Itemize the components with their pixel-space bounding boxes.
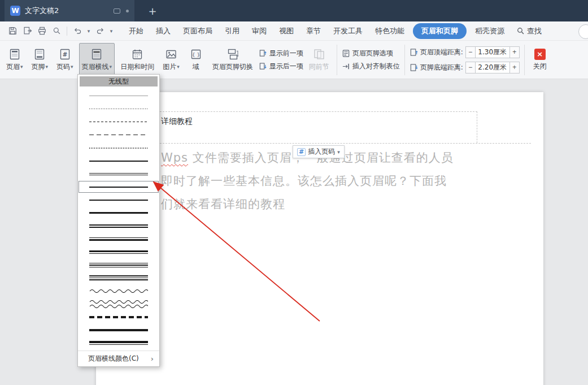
toolbar-separator (404, 45, 405, 75)
picture-button-label: 图片 (163, 62, 176, 72)
redo-button[interactable] (93, 24, 107, 38)
ribbon-tab-页面布局[interactable]: 页面布局 (177, 23, 219, 39)
print-button[interactable] (35, 24, 49, 38)
show-next-label: 显示后一项 (269, 62, 303, 71)
picture-button[interactable]: 图片▾ (160, 43, 182, 77)
picture-icon (165, 48, 177, 60)
quickbar-separator (67, 27, 67, 36)
body-line-2: 即时了解一些基本信息。该怎么插入页眉呢？下面我 (161, 170, 454, 193)
footer-bottom-distance-value[interactable]: 2.20厘米 (476, 62, 509, 73)
line-style-option-thin-thick-thin[interactable] (78, 258, 159, 271)
insert-tab-stop-button[interactable]: 插入对齐制表位 (342, 62, 400, 71)
close-header-footer-button[interactable]: × 关闭 (529, 43, 551, 77)
line-style-option-wavy[interactable] (78, 284, 159, 297)
line-style-option-wavy-double[interactable] (78, 297, 159, 310)
footer-bottom-distance-increase[interactable]: + (509, 62, 520, 73)
chevron-down-icon: ▾ (20, 64, 23, 70)
line-style-option-thick-thin-pair[interactable] (78, 336, 159, 349)
undo-dropdown-caret[interactable]: ▾ (85, 24, 92, 38)
line-style-option-long-dash[interactable] (78, 128, 159, 141)
footer-bottom-distance-decrease[interactable]: − (465, 62, 476, 73)
header-line-style-list (78, 88, 159, 351)
header-top-distance-icon (410, 48, 418, 57)
options-group: 页眉页脚选项 插入对齐制表位 (342, 43, 400, 77)
footer-button[interactable]: 页脚▾ (29, 43, 51, 77)
header-top-distance-decrease[interactable]: − (465, 46, 476, 58)
datetime-button[interactable]: 日期和时间 (117, 43, 157, 77)
save-button[interactable] (6, 24, 19, 38)
line-style-option-solid-medium-2[interactable] (78, 193, 159, 206)
line-style-option-solid-selected[interactable] (78, 180, 159, 193)
header-footer-options-label: 页眉页脚选项 (352, 49, 393, 58)
line-style-option-double-medium[interactable] (78, 219, 159, 232)
ribbon-tab-审阅[interactable]: 审阅 (246, 23, 273, 39)
svg-text:#: # (63, 51, 67, 57)
save-icon (8, 26, 18, 36)
line-style-option-hairline[interactable] (78, 89, 159, 102)
svg-text:{ }: { } (191, 51, 199, 57)
search-icon (516, 27, 525, 35)
header-line-icon (90, 48, 103, 60)
line-style-option-solid-medium[interactable] (78, 154, 159, 167)
export-pdf-button[interactable] (20, 24, 34, 38)
line-style-option-thick-thin[interactable] (78, 245, 159, 258)
ribbon-tab-开发工具[interactable]: 开发工具 (327, 23, 369, 39)
find-button[interactable]: 查找 (516, 26, 542, 36)
line-style-option-heavy-dash[interactable] (78, 310, 159, 323)
page-header-text[interactable]: 详细教程 (161, 116, 193, 127)
wps-logo-icon: W (10, 6, 20, 16)
undo-button[interactable] (71, 24, 84, 38)
header-line-button[interactable]: 页眉横线▾ (79, 43, 115, 77)
line-style-option-thin-thick[interactable] (78, 232, 159, 245)
page-number-button[interactable]: # 页码▾ (54, 43, 76, 77)
header-footer-switch-icon (227, 48, 239, 60)
show-next-button[interactable]: 显示后一项 (259, 62, 303, 71)
ribbon-tab-页眉和页脚[interactable]: 页眉和页脚 (413, 23, 467, 39)
header-line-color-option[interactable]: 页眉横线颜色(C) › (78, 351, 159, 366)
insert-tab-stop-icon (342, 62, 350, 71)
submenu-arrow-icon: › (151, 354, 154, 363)
chevron-down-icon: ▾ (110, 64, 112, 70)
header-top-distance-increase[interactable]: + (509, 46, 520, 58)
line-style-option-dotted[interactable] (78, 102, 159, 115)
header-line-color-label: 页眉横线颜色(C) (88, 354, 139, 364)
ribbon-tab-引用[interactable]: 引用 (219, 23, 246, 39)
document-tab-title: 文字文稿2 (25, 6, 114, 16)
ribbon-tab-开始[interactable]: 开始 (123, 23, 150, 39)
quickbar-customize-caret[interactable]: ▾ (108, 24, 115, 38)
document-page[interactable]: 详细教程 # 插入页码 ▾ Wps 文件需要插入页眉，一般通过页眉让查看的人员 … (96, 92, 543, 385)
ribbon-tab-视图[interactable]: 视图 (273, 23, 300, 39)
header-top-distance-value[interactable]: 1.30厘米 (476, 46, 509, 58)
field-button[interactable]: { } 域 (185, 43, 207, 77)
header-top-distance-row: 页眉顶端距离: − 1.30厘米 + (410, 46, 520, 58)
line-style-option-extra-thick[interactable] (78, 323, 159, 336)
assistant-icon[interactable] (578, 24, 588, 39)
new-tab-button[interactable]: + (146, 4, 159, 18)
line-style-none-option[interactable]: 无线型 (80, 76, 158, 86)
export-icon (23, 26, 32, 36)
ribbon-tab-插入[interactable]: 插入 (150, 23, 177, 39)
print-preview-button[interactable] (50, 24, 63, 38)
header-icon (8, 48, 21, 60)
line-style-option-double-thin[interactable] (78, 167, 159, 180)
spellcheck-flagged-word: Wps (161, 151, 188, 165)
footer-button-label: 页脚 (32, 62, 45, 72)
line-style-option-solid-thick[interactable] (78, 206, 159, 219)
line-style-option-dense-dot[interactable] (78, 141, 159, 154)
header-line-dropdown: 无线型 页眉横线颜色(C) › (77, 74, 160, 367)
header-footer-switch-button[interactable]: 页眉页脚切换 (210, 43, 256, 77)
show-previous-button[interactable]: 显示前一项 (259, 49, 303, 58)
ribbon-tab-章节[interactable]: 章节 (300, 23, 327, 39)
tab-unsaved-dot-icon (126, 10, 129, 12)
ribbon-tab-稻壳资源[interactable]: 稻壳资源 (469, 23, 511, 39)
document-tab[interactable]: W 文字文稿2 (5, 0, 134, 21)
ribbon-tab-特色功能[interactable]: 特色功能 (369, 23, 411, 39)
line-style-option-dashed[interactable] (78, 115, 159, 128)
field-button-label: 域 (193, 62, 199, 72)
toolbar-separator (524, 45, 525, 75)
header-button[interactable]: 页眉▾ (3, 43, 26, 77)
header-footer-options-button[interactable]: 页眉页脚选项 (342, 49, 400, 58)
insert-page-number-button[interactable]: # 插入页码 ▾ (293, 145, 345, 158)
line-style-option-triple[interactable] (78, 271, 159, 284)
redo-icon (95, 26, 105, 36)
